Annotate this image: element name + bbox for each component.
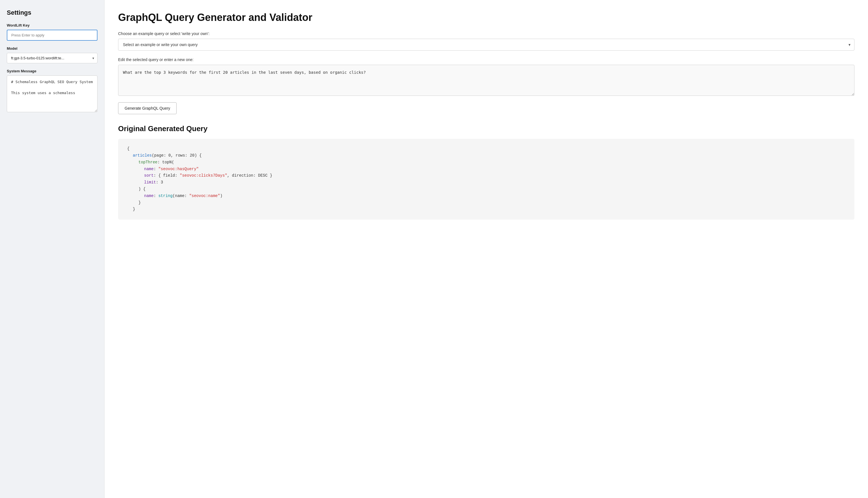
example-query-select[interactable]: Select an example or write your own quer… (118, 39, 854, 51)
code-line: topThree: topN( (127, 159, 845, 166)
wordlift-key-input[interactable] (7, 30, 97, 41)
code-line: articles(page: 0, rows: 20) { (127, 152, 845, 159)
model-select[interactable]: ft:gpt-3.5-turbo-0125:wordlift:te... (7, 53, 97, 63)
choose-query-label: Choose an example query or select 'write… (118, 31, 854, 36)
edit-query-label: Edit the selected query or enter a new o… (118, 57, 854, 62)
wordlift-key-label: WordLift Key (7, 23, 97, 27)
original-query-title: Original Generated Query (118, 124, 854, 133)
code-line: { (127, 146, 845, 152)
system-message-label: System Message (7, 69, 97, 73)
code-line: limit: 3 (127, 179, 845, 186)
code-block: { articles(page: 0, rows: 20) { topThree… (118, 139, 854, 220)
code-line: name: string(name: "seovoc:name") (127, 193, 845, 199)
example-select-wrapper: Select an example or write your own quer… (118, 39, 854, 51)
main-content: GraphQL Query Generator and Validator Ch… (105, 0, 868, 498)
code-line: } (127, 199, 845, 206)
page-title: GraphQL Query Generator and Validator (118, 11, 854, 24)
code-line: } (127, 206, 845, 213)
code-line: ) { (127, 186, 845, 193)
model-label: Model (7, 47, 97, 51)
model-select-wrapper: ft:gpt-3.5-turbo-0125:wordlift:te... ▾ (7, 53, 97, 63)
query-textarea[interactable]: What are the top 3 keywords for the firs… (118, 65, 854, 96)
sidebar-title: Settings (7, 9, 97, 16)
code-line: name: "seovoc:hasQuery" (127, 166, 845, 173)
sidebar: Settings WordLift Key Model ft:gpt-3.5-t… (0, 0, 105, 498)
generate-button[interactable]: Generate GraphQL Query (118, 102, 177, 114)
system-message-textarea[interactable]: # Schemaless GraphQL SEO Query System Th… (7, 76, 97, 112)
code-line: sort: { field: "seovoc:clicks7Days", dir… (127, 172, 845, 179)
